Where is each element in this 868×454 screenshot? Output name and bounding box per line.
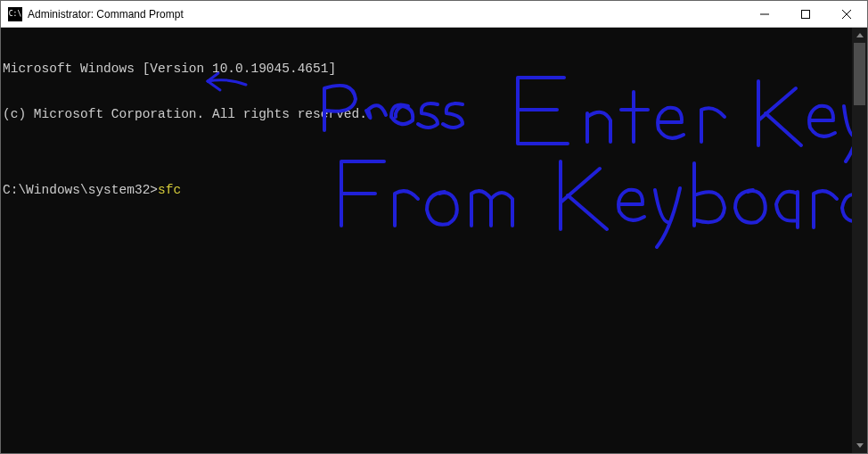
cmd-icon-glyph: C:\ xyxy=(9,11,21,18)
minimize-button[interactable] xyxy=(744,1,785,27)
terminal-line-copyright: (c) Microsoft Corporation. All rights re… xyxy=(3,107,852,122)
close-button[interactable] xyxy=(826,1,867,27)
close-icon xyxy=(842,10,851,19)
maximize-icon xyxy=(801,10,810,19)
window-title: Administrator: Command Prompt xyxy=(28,8,184,21)
terminal[interactable]: Microsoft Windows [Version 10.0.19045.46… xyxy=(1,28,852,453)
chevron-down-icon xyxy=(856,443,864,448)
client-area: Microsoft Windows [Version 10.0.19045.46… xyxy=(1,28,867,453)
terminal-prompt-line: C:\Windows\system32>sfc xyxy=(3,183,852,198)
terminal-prompt: C:\Windows\system32> xyxy=(3,183,158,197)
scroll-thumb[interactable] xyxy=(854,43,865,105)
terminal-line-version: Microsoft Windows [Version 10.0.19045.46… xyxy=(3,62,852,77)
handwritten-annotation xyxy=(1,28,852,447)
annotation-word-keyboard xyxy=(561,161,852,247)
scroll-down-button[interactable] xyxy=(852,438,867,453)
svg-rect-1 xyxy=(802,10,810,18)
vertical-scrollbar[interactable] xyxy=(852,28,867,453)
cmd-icon: C:\ xyxy=(8,7,22,21)
command-prompt-window: C:\ Administrator: Command Prompt Micros… xyxy=(0,0,868,454)
terminal-command: sfc xyxy=(158,183,181,197)
maximize-button[interactable] xyxy=(785,1,826,27)
scroll-track[interactable] xyxy=(852,43,867,438)
scroll-up-button[interactable] xyxy=(852,28,867,43)
minimize-icon xyxy=(760,10,769,19)
chevron-up-icon xyxy=(856,33,864,37)
titlebar[interactable]: C:\ Administrator: Command Prompt xyxy=(1,1,867,28)
